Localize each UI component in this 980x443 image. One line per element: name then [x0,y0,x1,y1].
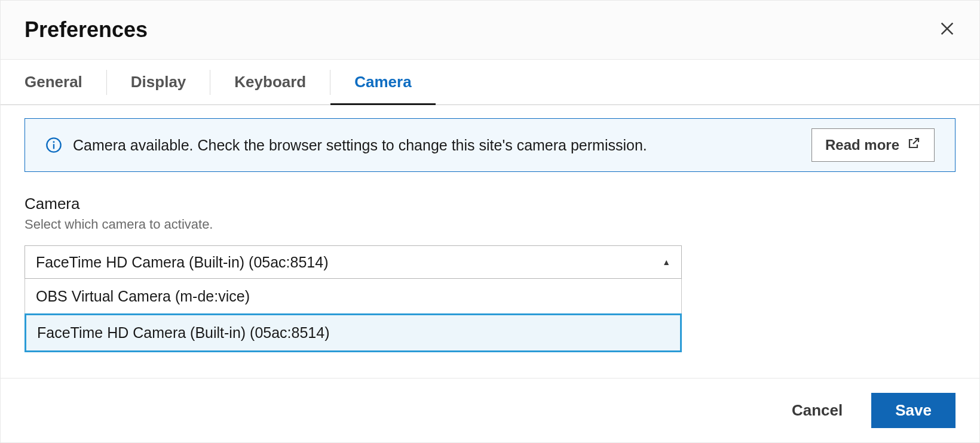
tab-camera[interactable]: Camera [354,60,411,104]
camera-section-help: Select which camera to activate. [24,217,956,232]
camera-select-value: FaceTime HD Camera (Built-in) (05ac:8514… [36,254,329,271]
info-banner-left: Camera available. Check the browser sett… [45,137,647,154]
camera-select-wrap: FaceTime HD Camera (Built-in) (05ac:8514… [24,245,682,352]
info-banner-text: Camera available. Check the browser sett… [73,137,647,154]
info-banner: Camera available. Check the browser sett… [24,118,956,172]
tabs-bar: General Display Keyboard Camera [1,60,979,105]
camera-option[interactable]: OBS Virtual Camera (m-de:vice) [25,279,681,314]
camera-option-selected[interactable]: FaceTime HD Camera (Built-in) (05ac:8514… [24,313,682,352]
tab-separator [106,70,107,95]
svg-rect-1 [53,144,54,149]
modal-header: Preferences [1,1,979,60]
tab-keyboard[interactable]: Keyboard [234,60,306,104]
tab-content: Camera available. Check the browser sett… [1,105,979,378]
tab-general[interactable]: General [24,60,82,104]
svg-point-2 [53,141,54,143]
save-button[interactable]: Save [871,393,956,428]
cancel-button[interactable]: Cancel [792,401,843,420]
close-icon[interactable] [939,20,956,39]
read-more-button[interactable]: Read more [811,128,935,162]
tab-separator [210,70,210,95]
camera-select[interactable]: FaceTime HD Camera (Built-in) (05ac:8514… [24,245,682,279]
tab-display[interactable]: Display [131,60,186,104]
info-icon [45,137,62,153]
external-link-icon [906,136,921,154]
preferences-modal: Preferences General Display Keyboard Cam… [0,0,980,443]
camera-section-label: Camera [24,195,956,213]
tab-separator [330,70,330,95]
modal-footer: Cancel Save [1,378,979,442]
camera-select-dropdown: OBS Virtual Camera (m-de:vice) FaceTime … [24,279,682,352]
read-more-label: Read more [825,137,899,153]
modal-title: Preferences [24,17,148,42]
chevron-up-icon: ▲ [662,257,670,267]
